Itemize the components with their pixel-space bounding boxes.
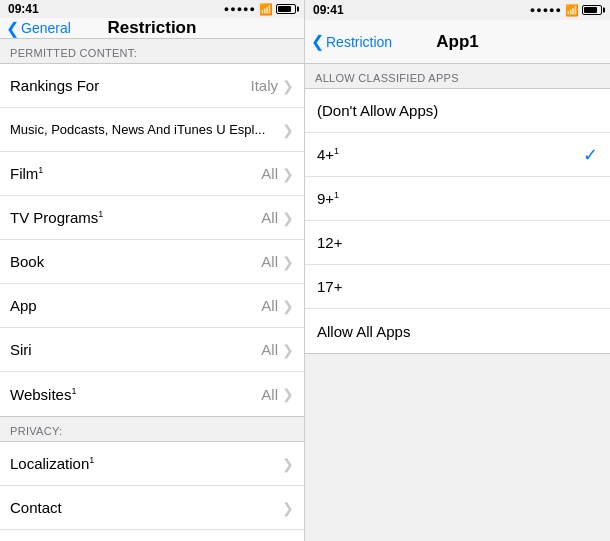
allow-all-label: Allow All Apps [317, 323, 410, 340]
item-chevron: ❯ [282, 166, 294, 182]
item-label: Contact [10, 499, 282, 516]
list-item[interactable]: Contact ❯ [0, 486, 304, 530]
9plus-label: 9+1 [317, 190, 339, 207]
item-value: All [261, 297, 278, 314]
item-value: Italy [250, 77, 278, 94]
list-item[interactable]: Siri All ❯ [0, 328, 304, 372]
left-back-button[interactable]: ❮ General [6, 19, 71, 38]
item-value: All [261, 253, 278, 270]
item-chevron: ❯ [282, 298, 294, 314]
4plus-checkmark: ✓ [583, 144, 598, 166]
item-chevron: ❯ [282, 210, 294, 226]
left-status-bar: 09:41 ●●●●● 📶 [0, 0, 304, 18]
item-label: Websites1 [10, 386, 261, 403]
item-value: All [261, 341, 278, 358]
item-chevron: ❯ [282, 342, 294, 358]
right-status-bar: 09:41 ●●●●● 📶 [305, 0, 610, 20]
allow-classified-header: ALLOW CLASSIFIED APPS [305, 64, 610, 88]
right-nav-bar: ❮ Restriction App1 [305, 20, 610, 64]
4plus-label: 4+1 [317, 146, 339, 163]
item-chevron: ❯ [282, 386, 294, 402]
right-signal-icon: ●●●●● [530, 5, 562, 15]
list-item[interactable]: Music, Podcasts, News And iTunes U Espl.… [0, 108, 304, 152]
right-back-label: Restriction [326, 34, 392, 50]
left-status-icons: ●●●●● 📶 [224, 3, 296, 16]
list-item[interactable]: TV Programs1 All ❯ [0, 196, 304, 240]
item-chevron: ❯ [282, 122, 294, 138]
right-nav-title: App1 [436, 32, 479, 52]
item-label: App [10, 297, 261, 314]
left-battery-icon [276, 4, 296, 14]
item-value: All [261, 386, 278, 403]
left-back-label: General [21, 20, 71, 36]
list-item[interactable]: Websites1 All ❯ [0, 372, 304, 416]
allow-classified-list: (Don't Allow Apps) 4+1 ✓ 9+1 12+ 17+ All… [305, 88, 610, 354]
item-label: Music, Podcasts, News And iTunes U Espl.… [10, 122, 282, 137]
item-label: Rankings For [10, 77, 250, 94]
item-label: TV Programs1 [10, 209, 261, 226]
right-panel: 09:41 ●●●●● 📶 ❮ Restriction App1 ALLOW C… [305, 0, 610, 541]
left-back-chevron: ❮ [6, 19, 19, 38]
allow-item-17plus[interactable]: 17+ [305, 265, 610, 309]
dont-allow-label: (Don't Allow Apps) [317, 102, 438, 119]
right-wifi-icon: 📶 [565, 4, 579, 17]
left-panel: 09:41 ●●●●● 📶 ❮ General Restriction PERM… [0, 0, 305, 541]
left-nav-title: Restriction [108, 18, 197, 38]
list-item[interactable]: Calendar ❯ [0, 530, 304, 541]
allow-item-9plus[interactable]: 9+1 [305, 177, 610, 221]
right-background [305, 354, 610, 541]
item-value: All [261, 209, 278, 226]
list-item[interactable]: Rankings For Italy ❯ [0, 64, 304, 108]
privacy-list: Localization1 ❯ Contact ❯ Calendar ❯ Rem… [0, 441, 304, 541]
12plus-label: 12+ [317, 234, 342, 251]
item-chevron: ❯ [282, 500, 294, 516]
allow-item-all-apps[interactable]: Allow All Apps [305, 309, 610, 353]
allow-item-12plus[interactable]: 12+ [305, 221, 610, 265]
item-chevron: ❯ [282, 456, 294, 472]
17plus-label: 17+ [317, 278, 342, 295]
item-value: All [261, 165, 278, 182]
item-label: Localization1 [10, 455, 282, 472]
list-item[interactable]: App All ❯ [0, 284, 304, 328]
left-time: 09:41 [8, 2, 39, 16]
right-back-chevron: ❮ [311, 32, 324, 51]
permitted-content-header: PERMITTED CONTENT: [0, 39, 304, 63]
right-status-icons: ●●●●● 📶 [530, 4, 602, 17]
left-nav-bar: ❮ General Restriction [0, 18, 304, 39]
item-chevron: ❯ [282, 254, 294, 270]
allow-item-4plus[interactable]: 4+1 ✓ [305, 133, 610, 177]
allow-item-dont-allow[interactable]: (Don't Allow Apps) [305, 89, 610, 133]
permitted-content-list: Rankings For Italy ❯ Music, Podcasts, Ne… [0, 63, 304, 417]
right-back-button[interactable]: ❮ Restriction [311, 32, 392, 51]
list-item[interactable]: Book All ❯ [0, 240, 304, 284]
item-label: Book [10, 253, 261, 270]
item-label: Siri [10, 341, 261, 358]
right-battery-icon [582, 5, 602, 15]
list-item[interactable]: Film1 All ❯ [0, 152, 304, 196]
left-signal-icon: ●●●●● [224, 4, 256, 14]
left-wifi-icon: 📶 [259, 3, 273, 16]
item-chevron: ❯ [282, 78, 294, 94]
list-item[interactable]: Localization1 ❯ [0, 442, 304, 486]
item-label: Film1 [10, 165, 261, 182]
right-time: 09:41 [313, 3, 344, 17]
privacy-header: PRIVACY: [0, 417, 304, 441]
